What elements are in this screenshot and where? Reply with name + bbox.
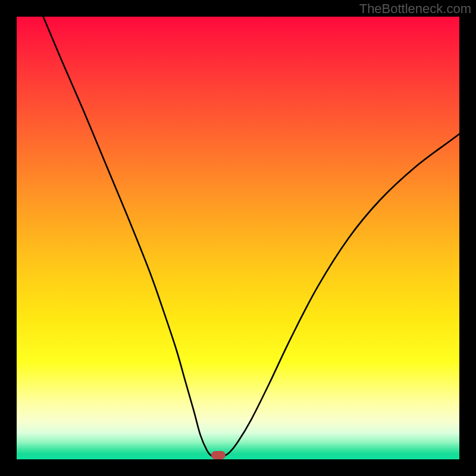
- dip-marker: [211, 451, 226, 459]
- bottleneck-curve-path: [43, 17, 459, 458]
- watermark-text: TheBottleneck.com: [359, 1, 471, 17]
- curve-svg: [17, 17, 459, 459]
- bottleneck-chart: TheBottleneck.com: [0, 0, 476, 476]
- plot-area: [17, 17, 459, 459]
